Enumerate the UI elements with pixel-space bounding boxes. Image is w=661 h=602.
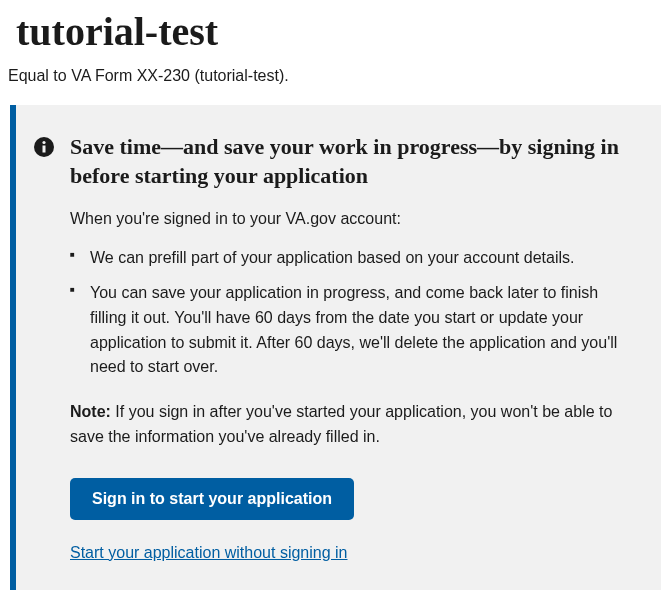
form-subtitle: Equal to VA Form XX-230 (tutorial-test).: [0, 67, 661, 105]
info-content: Save time—and save your work in progress…: [70, 133, 637, 562]
list-item: You can save your application in progres…: [70, 281, 637, 380]
intro-text: When you're signed in to your VA.gov acc…: [70, 210, 637, 228]
info-icon: [34, 137, 54, 157]
note-text: Note: If you sign in after you've starte…: [70, 400, 637, 450]
sign-in-info-alert: Save time—and save your work in progress…: [10, 105, 661, 590]
sign-in-button[interactable]: Sign in to start your application: [70, 478, 354, 520]
page-title: tutorial-test: [0, 0, 661, 67]
benefits-list: We can prefill part of your application …: [70, 246, 637, 380]
start-without-signin-link[interactable]: Start your application without signing i…: [70, 544, 348, 562]
note-body: If you sign in after you've started your…: [70, 403, 612, 445]
svg-point-1: [42, 141, 45, 144]
note-label: Note:: [70, 403, 111, 420]
svg-rect-2: [43, 146, 46, 153]
list-item: We can prefill part of your application …: [70, 246, 637, 271]
info-heading: Save time—and save your work in progress…: [70, 133, 637, 190]
